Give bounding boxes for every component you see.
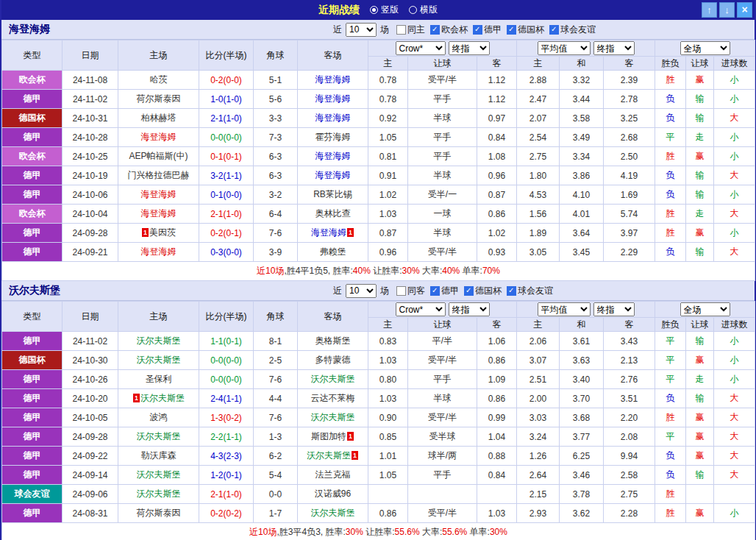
bookmaker-select[interactable]: Crow* [396,41,446,55]
filter-checkbox[interactable]: 同主 [391,24,425,36]
away-team-link[interactable]: 海登海姆 [315,93,351,104]
away-team-link[interactable]: 海登海姆 [315,151,351,161]
index-type-select[interactable]: 终指 [449,41,490,55]
home-team-link[interactable]: 沃尔夫斯堡 [137,335,181,346]
bookmaker-select[interactable]: Crow* [396,302,446,316]
scope-select[interactable]: 全场 [680,302,730,316]
away-team-link[interactable]: 法兰克福 [315,469,351,480]
home-team-link[interactable]: 柏林赫塔 [141,113,176,123]
subcol-header-ah_line: 让球 [408,57,477,71]
score-cell: 0-0(0-0) [199,128,254,147]
score-link[interactable]: 2-2(1-1) [210,432,242,442]
scope-select[interactable]: 全场 [680,41,730,55]
home-team-link[interactable]: 勒沃库森 [141,450,176,461]
corners-value: 5-4 [254,466,298,485]
filter-checkbox[interactable]: 德甲 [468,24,502,36]
filter-checkbox[interactable]: 同客 [391,285,425,297]
average-select[interactable]: 平均值 [538,302,591,316]
score-link[interactable]: 2-1(1-0) [210,113,242,124]
home-team-link[interactable]: 沃尔夫斯堡 [137,355,181,365]
close-button[interactable]: × [737,2,752,18]
home-team-link[interactable]: 圣保利 [146,374,172,384]
score-link[interactable]: 0-2(0-1) [210,228,242,238]
home-team-link[interactable]: AEP帕福斯(中) [129,151,188,161]
home-team-link[interactable]: 荷尔斯泰因 [137,508,181,518]
home-team-link[interactable]: 沃尔夫斯堡 [140,393,185,403]
move-up-button[interactable]: ↑ [702,2,717,18]
avg-index-type-select[interactable]: 终指 [593,41,635,55]
away-team-link[interactable]: 海登海姆 [315,113,351,123]
home-team-link[interactable]: 美因茨 [149,227,176,238]
home-team-link[interactable]: 荷尔斯泰因 [137,93,181,104]
away-team-link[interactable]: 海登海姆 [311,227,346,238]
home-team-link[interactable]: 波鸿 [150,412,168,422]
score-link[interactable]: 0-2(0-2) [210,508,242,519]
score-link[interactable]: 4-3(2-3) [210,451,242,461]
home-team-link[interactable]: 门兴格拉德巴赫 [128,170,190,180]
away-team-link[interactable]: 海登海姆 [315,74,351,85]
away-team-link[interactable]: 弗赖堡 [320,246,346,257]
filter-checkbox[interactable]: 德甲 [425,285,459,297]
match-row: 德甲24-10-28海登海姆0-0(0-0)7-3霍芬海姆1.05平手0.842… [2,128,755,147]
layout-radio-vertical[interactable]: 竖版 [370,4,399,16]
ah-away-odds: 0.86 [477,351,517,370]
away-team-link[interactable]: 霍芬海姆 [315,132,351,142]
average-select[interactable]: 平均值 [538,41,591,55]
away-team-link[interactable]: 多特蒙德 [315,355,351,365]
home-team-link[interactable]: 海登海姆 [141,132,176,142]
home-team-link[interactable]: 沃尔夫斯堡 [137,469,181,480]
filter-checkbox[interactable]: 球会友谊 [502,285,553,297]
result-value: 负 [655,185,686,205]
score-link[interactable]: 0-0(0-0) [210,374,242,385]
goals-value: 小 [714,370,755,389]
away-team-link[interactable]: 沃尔夫斯堡 [307,450,351,461]
goals-value [714,485,755,504]
away-team-link[interactable]: 沃尔夫斯堡 [311,508,355,518]
home-team-link[interactable]: 海登海姆 [141,189,176,199]
away-team-link[interactable]: 汉诺威96 [315,489,351,499]
move-down-button[interactable]: ↓ [719,2,735,18]
recent-count-select[interactable]: 10 [346,284,377,298]
filter-checkbox[interactable]: 欧会杯 [425,24,468,36]
home-team-link[interactable]: 海登海姆 [141,208,176,219]
score-link[interactable]: 2-1(1-0) [210,209,242,219]
score-link[interactable]: 0-2(0-0) [210,75,242,85]
away-team-link[interactable]: 云达不莱梅 [311,393,355,403]
recent-count-select[interactable]: 10 [346,23,377,37]
score-link[interactable]: 2-1(1-0) [210,489,242,500]
score-link[interactable]: 1-1(0-1) [210,336,242,347]
score-link[interactable]: 0-1(0-0) [210,190,242,200]
home-team-link[interactable]: 哈茨 [150,74,168,85]
filter-checkbox[interactable]: 德国杯 [459,285,502,297]
away-team-link[interactable]: 海登海姆 [315,170,351,180]
score-link[interactable]: 1-3(0-2) [210,413,242,423]
score-link[interactable]: 3-2(1-1) [210,171,242,181]
summary-row: 近10场,胜3平4负3, 胜率:30% 让胜率:55.6% 大率:55.6% 单… [2,523,755,540]
away-team-link[interactable]: 奥林比查 [315,208,351,219]
filter-checkbox[interactable]: 球会友谊 [544,24,596,36]
score-link[interactable]: 0-1(0-1) [210,152,242,162]
home-team-link[interactable]: 沃尔夫斯堡 [137,431,181,441]
away-team-link[interactable]: 沃尔夫斯堡 [311,374,355,384]
away-team-link[interactable]: RB莱比锡 [313,189,352,199]
score-link[interactable]: 2-4(1-1) [210,394,242,404]
home-team-link[interactable]: 沃尔夫斯堡 [137,489,181,499]
away-team-link[interactable]: 斯图加特 [311,431,346,441]
avg-index-type-select[interactable]: 终指 [593,302,635,316]
score-link[interactable]: 0-0(0-0) [210,355,242,366]
away-team-link[interactable]: 奥格斯堡 [315,335,351,346]
match-row: 德甲24-10-06海登海姆0-1(0-0)3-2RB莱比锡1.02受半/一0.… [2,185,755,205]
score-link[interactable]: 1-0(1-0) [210,94,242,104]
score-link[interactable]: 1-2(0-1) [210,470,242,480]
games-label: 场 [380,24,389,36]
score-link[interactable]: 0-3(0-0) [210,247,242,257]
away-team-link[interactable]: 沃尔夫斯堡 [311,412,355,422]
goals-value: 小 [714,185,755,205]
home-team-cell: 沃尔夫斯堡 [118,351,199,370]
handicap-result-value: 走 [686,205,714,224]
score-link[interactable]: 0-0(0-0) [210,132,242,143]
layout-radio-horizontal[interactable]: 横版 [409,4,438,16]
home-team-link[interactable]: 海登海姆 [141,246,176,257]
index-type-select[interactable]: 终指 [449,302,490,316]
filter-checkbox[interactable]: 德国杯 [502,24,544,36]
